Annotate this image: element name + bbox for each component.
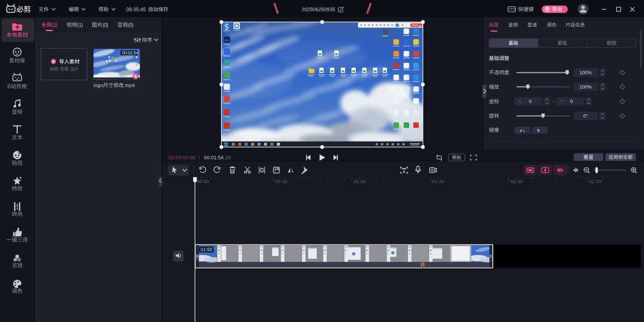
svg-text:Ps: Ps <box>225 39 229 42</box>
